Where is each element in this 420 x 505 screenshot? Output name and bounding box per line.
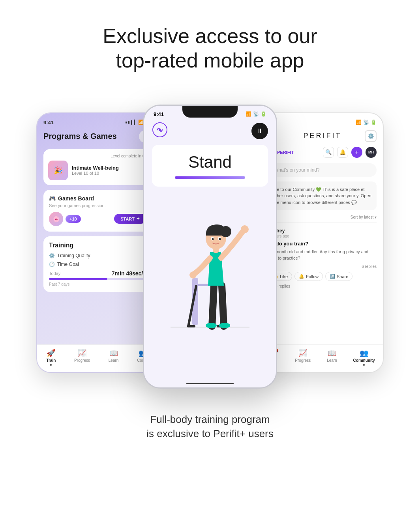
programs-card: Level complete in 64 🎉 Intimate Well-bei… xyxy=(43,149,152,185)
left-phone: 9:41 📶 🔋 Programs & Games ? xyxy=(36,112,159,373)
program-info: Intimate Well-being Level 10 of 10 xyxy=(72,165,119,176)
right-search-bar: PERIFIT 🔍 🔔 + MH xyxy=(268,147,377,158)
whats-on-mind-input[interactable]: What's on your mind? xyxy=(268,163,377,177)
replies-count: 6 replies xyxy=(268,264,377,269)
right-bottom-nav: 🚀 in 📈 Progress 📖 Learn 👥 Community xyxy=(262,344,383,372)
post-author-row: Audrey 2 hours ago xyxy=(268,227,377,238)
level-complete-bar: Level complete in 64 xyxy=(48,154,147,158)
action-buttons: 👍 Like 🔔 Follow ↗️ Share xyxy=(268,272,377,281)
left-phone-header: Programs & Games ? xyxy=(43,130,152,143)
center-status-icons: 📶 📡 🔋 xyxy=(246,111,266,117)
follow-button[interactable]: 🔔 Follow xyxy=(294,272,323,281)
main-headline: Exclusive access to our top-rated mobile… xyxy=(103,24,317,73)
right-nav-learn[interactable]: 📖 Learn xyxy=(327,349,337,366)
train-icon: 🚀 xyxy=(47,349,55,357)
right-community-icon: 👥 xyxy=(360,349,368,357)
community-welcome-card: me to our Community 💚 This is a safe pla… xyxy=(268,181,377,211)
right-nav-indicator xyxy=(363,364,365,366)
left-bottom-nav: 🚀 Train 📈 Progress 📖 Learn 👥 Com... xyxy=(37,344,158,372)
pause-button[interactable]: ⏸ xyxy=(251,123,268,139)
person-svg xyxy=(159,201,261,335)
learn-icon: 📖 xyxy=(109,349,118,357)
today-label: Today xyxy=(49,271,60,276)
program-item: 🎉 Intimate Well-being Level 10 of 10 xyxy=(48,161,147,180)
training-quality-item: ⚙️ Training Quality xyxy=(49,253,146,258)
right-status-bar: 11 📶 📡 🔋 xyxy=(268,120,377,125)
svg-point-11 xyxy=(241,225,249,233)
share-button[interactable]: ↗️ Share xyxy=(325,272,352,281)
nav-progress[interactable]: 📈 Progress xyxy=(74,349,90,366)
svg-point-12 xyxy=(189,271,197,279)
center-perifit-logo xyxy=(152,122,168,140)
progress-bar-fill xyxy=(49,278,107,280)
game-icons: 🌸 +10 xyxy=(49,212,81,226)
post-time: 2 hours ago xyxy=(268,234,377,238)
right-progress-icon: 📈 xyxy=(298,349,307,357)
phones-container: 9:41 📶 🔋 Programs & Games ? xyxy=(32,97,388,397)
right-phone: 11 📶 📡 🔋 PERIFIT ⚙️ xyxy=(261,112,384,373)
games-board-card: 🎮 Games Board See your games progression… xyxy=(43,190,152,232)
start-button[interactable]: START ✦ xyxy=(114,214,146,224)
search-button[interactable]: 🔍 xyxy=(323,147,334,158)
programs-games-title: Programs & Games xyxy=(43,132,117,141)
score-badge: +10 xyxy=(66,215,81,223)
games-board-header: 🎮 Games Board xyxy=(49,195,146,202)
nav-indicator xyxy=(50,364,52,366)
program-level: Level 10 of 10 xyxy=(72,171,119,176)
games-board-row: 🌸 +10 START ✦ xyxy=(49,212,146,226)
nav-train[interactable]: 🚀 Train xyxy=(46,349,56,366)
svg-point-15 xyxy=(220,226,231,237)
home-indicator xyxy=(186,383,234,384)
program-thumbnail: 🎉 xyxy=(48,161,68,180)
gear-container: ⚙️ xyxy=(342,130,377,142)
svg-point-1 xyxy=(159,129,161,131)
right-nav-community[interactable]: 👥 Community xyxy=(353,349,375,366)
stand-text: Stand xyxy=(160,153,260,172)
bell-small-icon: 🔔 xyxy=(299,274,304,279)
training-title: Training xyxy=(49,242,146,249)
games-board-sub: See your games progression. xyxy=(49,203,146,208)
right-nav-progress[interactable]: 📈 Progress xyxy=(295,349,311,366)
center-phone: 9:41 📶 📡 🔋 xyxy=(143,105,277,389)
game-icon: 🌸 xyxy=(49,212,63,226)
today-row: Today 7min 48sec/7 xyxy=(49,270,146,277)
exercise-illustration xyxy=(144,193,276,335)
stand-card: Stand xyxy=(152,145,268,187)
train-label: Train xyxy=(46,358,56,363)
page-wrapper: Exclusive access to our top-rated mobile… xyxy=(0,0,420,505)
left-time: 9:41 xyxy=(43,120,54,125)
right-community-label: Community xyxy=(353,358,375,363)
progress-label: Progress xyxy=(74,358,90,363)
progress-icon: 📈 xyxy=(78,349,86,357)
right-brand-header: PERIFIT ⚙️ xyxy=(268,130,377,142)
svg-point-9 xyxy=(206,323,217,328)
right-progress-label: Progress xyxy=(295,358,311,363)
plus-button[interactable]: + xyxy=(351,147,362,158)
user-avatar[interactable]: MH xyxy=(366,147,377,158)
nav-learn[interactable]: 📖 Learn xyxy=(109,349,119,366)
left-status-bar: 9:41 📶 🔋 xyxy=(43,120,152,125)
post-question: en do you train? xyxy=(268,241,377,247)
svg-point-18 xyxy=(212,238,214,240)
post-card: Audrey 2 hours ago en do you train? a 5 … xyxy=(268,223,377,288)
learn-label: Learn xyxy=(109,358,119,363)
center-inner: 9:41 📶 📡 🔋 xyxy=(144,106,276,387)
svg-point-10 xyxy=(219,323,230,328)
training-section: Training ⚙️ Training Quality 🕐 Time Goal… xyxy=(43,236,152,292)
past7days-label: Past 7 days xyxy=(49,282,146,286)
right-status-icons: 📶 📡 🔋 xyxy=(356,120,377,125)
perifit-brand: PERIFIT xyxy=(304,132,342,140)
right-learn-icon: 📖 xyxy=(328,349,336,357)
gear-icon[interactable]: ⚙️ xyxy=(365,130,377,142)
program-name: Intimate Well-being xyxy=(72,165,119,171)
stand-progress-bar xyxy=(175,176,245,179)
notch xyxy=(182,106,238,118)
svg-point-19 xyxy=(219,238,221,240)
share-icon: ↗️ xyxy=(330,274,335,279)
sort-row: Sort by latest ▾ xyxy=(268,215,377,219)
right-inner: 11 📶 📡 🔋 PERIFIT ⚙️ xyxy=(262,113,383,372)
more-replies: more replies xyxy=(268,284,377,288)
center-header: ⏸ xyxy=(144,117,276,145)
today-time: 7min 48sec/7 xyxy=(112,270,146,277)
bell-button[interactable]: 🔔 xyxy=(337,147,348,158)
